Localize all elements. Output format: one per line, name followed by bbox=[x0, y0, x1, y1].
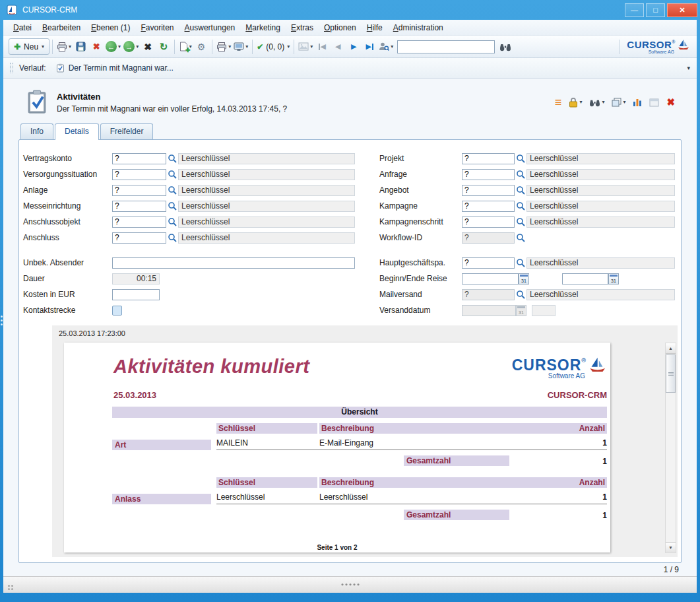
cancel-button[interactable]: ✖ bbox=[140, 38, 156, 55]
quick-search-input[interactable] bbox=[397, 40, 495, 53]
menu-item-hilfe[interactable]: Hilfe bbox=[362, 21, 387, 34]
scrollbar-thumb[interactable] bbox=[666, 354, 676, 393]
forward-button[interactable]: → ▾ bbox=[122, 38, 140, 55]
close-record-button[interactable]: ✖ bbox=[665, 95, 676, 110]
lookup-icon[interactable] bbox=[515, 168, 526, 180]
tab-freifelder[interactable]: Freifelder bbox=[100, 123, 154, 139]
reise-beginn-input[interactable] bbox=[462, 273, 519, 284]
lookup-icon[interactable] bbox=[166, 168, 178, 180]
maximize-button[interactable]: □ bbox=[646, 3, 665, 17]
delete-button[interactable]: ✖ bbox=[88, 38, 104, 55]
nav-first-button[interactable]: ◀ bbox=[314, 38, 330, 55]
report-page-footer: Seite 1 von 2 bbox=[64, 544, 610, 551]
kampagnenschritt-input[interactable] bbox=[462, 217, 515, 228]
menu-item-optionen[interactable]: Optionen bbox=[319, 21, 361, 34]
report-scrollbar[interactable]: ▲ ▼ bbox=[665, 343, 676, 553]
lookup-icon[interactable] bbox=[166, 232, 178, 244]
drag-handle-icon[interactable] bbox=[10, 63, 13, 73]
scroll-up-icon[interactable]: ▲ bbox=[666, 343, 676, 354]
lookup-icon[interactable] bbox=[166, 184, 178, 196]
tab-info[interactable]: Info bbox=[20, 123, 53, 139]
key-field: Leerschlüssel bbox=[178, 217, 355, 228]
history-entry[interactable]: Der Termin mit Magnani war... bbox=[52, 62, 177, 74]
refresh-button[interactable]: ↻ bbox=[156, 38, 172, 55]
form-row: Kampagne Leerschlüssel bbox=[379, 198, 678, 214]
menu-item-administration[interactable]: Administration bbox=[389, 21, 448, 34]
calendar-icon[interactable]: 31 bbox=[608, 273, 619, 284]
history-entry-label: Der Termin mit Magnani war... bbox=[69, 63, 174, 73]
app-icon bbox=[6, 4, 18, 16]
angebot-input[interactable] bbox=[462, 185, 515, 196]
nav-next-button[interactable]: ▶ bbox=[346, 38, 362, 55]
report-title: Aktivitäten kumuliert bbox=[113, 356, 309, 378]
export-button[interactable]: ▾ bbox=[232, 38, 249, 55]
lookup-icon[interactable] bbox=[515, 232, 526, 244]
versorgungssituation-input[interactable] bbox=[112, 169, 166, 180]
anfrage-input[interactable] bbox=[462, 169, 515, 180]
lookup-icon[interactable] bbox=[515, 152, 526, 164]
vertragskonto-input[interactable] bbox=[112, 153, 166, 164]
list-view-button[interactable]: ≡ bbox=[554, 95, 563, 110]
lookup-icon[interactable] bbox=[166, 200, 178, 212]
lock-button[interactable]: ▾ bbox=[567, 95, 583, 110]
lookup-icon[interactable] bbox=[515, 288, 526, 300]
clipboard-icon bbox=[56, 63, 65, 73]
calendar-icon[interactable]: 31 bbox=[519, 273, 529, 284]
field-label: Beginn/Ende Reise bbox=[379, 274, 462, 283]
form-row: Projekt Leerschlüssel bbox=[379, 150, 678, 166]
minimize-button[interactable]: — bbox=[625, 3, 644, 17]
copy-record-button[interactable]: ▾ bbox=[610, 95, 627, 110]
image-icon bbox=[298, 42, 309, 51]
search-button[interactable] bbox=[497, 38, 513, 55]
lookup-icon[interactable] bbox=[515, 257, 526, 269]
workflow-button[interactable]: ⚙ bbox=[193, 38, 209, 55]
nav-prev-button[interactable]: ◀ bbox=[330, 38, 346, 55]
tab-details[interactable]: Details bbox=[55, 123, 99, 140]
lookup-icon[interactable] bbox=[166, 216, 178, 228]
kosten-input[interactable] bbox=[112, 289, 160, 300]
menu-item-favoriten[interactable]: Favoriten bbox=[136, 21, 178, 34]
add-record-button[interactable]: ✚ ▾ bbox=[177, 38, 193, 55]
lookup-icon[interactable] bbox=[515, 216, 526, 228]
projekt-input[interactable] bbox=[462, 153, 515, 164]
scroll-down-icon[interactable]: ▼ bbox=[666, 542, 676, 552]
kontaktstrecke-checkbox[interactable] bbox=[112, 306, 122, 316]
kampagne-input[interactable] bbox=[462, 201, 515, 212]
record-search-button[interactable]: ▾ bbox=[588, 95, 606, 110]
validate-counter-button[interactable]: ✔ (0, 0) ▾ bbox=[255, 38, 291, 55]
person-search-button[interactable]: ▾ bbox=[377, 38, 395, 55]
nav-last-button[interactable]: ▶ bbox=[362, 38, 377, 55]
lookup-icon[interactable] bbox=[515, 184, 526, 196]
menu-item-extras[interactable]: Extras bbox=[286, 21, 318, 34]
new-button[interactable]: ✚ Neu ▾ bbox=[9, 38, 49, 55]
dauer-field: 00:15 bbox=[112, 273, 160, 284]
menu-item-auswertungen[interactable]: Auswertungen bbox=[180, 21, 240, 34]
chevron-down-icon: ▾ bbox=[228, 44, 231, 50]
history-overflow-icon[interactable]: ▾ bbox=[687, 65, 690, 71]
lookup-icon[interactable] bbox=[515, 200, 526, 212]
print-button[interactable]: ▾ bbox=[55, 38, 73, 55]
back-button[interactable]: ← ▾ bbox=[104, 38, 122, 55]
menu-item-datei[interactable]: Datei bbox=[9, 21, 36, 34]
menu-item-ebenen[interactable]: Ebenen (1) bbox=[86, 21, 135, 34]
resize-grip-icon[interactable] bbox=[341, 584, 359, 585]
key-field: Leerschlüssel bbox=[178, 201, 355, 212]
anschlussobjekt-input[interactable] bbox=[112, 217, 166, 228]
lookup-icon[interactable] bbox=[166, 152, 178, 164]
hauptgeschaeftspartner-input[interactable] bbox=[462, 257, 515, 269]
save-button[interactable] bbox=[73, 38, 88, 55]
image-export-button[interactable]: ▾ bbox=[297, 38, 314, 55]
chart-button[interactable] bbox=[631, 95, 643, 110]
menu-item-bearbeiten[interactable]: Bearbeiten bbox=[38, 21, 85, 34]
menu-item-marketing[interactable]: Marketing bbox=[241, 21, 285, 34]
anschluss-input[interactable] bbox=[112, 232, 166, 244]
anlage-input[interactable] bbox=[112, 185, 166, 196]
messeinrichtung-input[interactable] bbox=[112, 201, 166, 212]
window-edge-grip-icon[interactable] bbox=[1, 316, 3, 325]
history-bar: Verlauf: Der Termin mit Magnani war... ▾ bbox=[3, 58, 697, 79]
print-report-button[interactable]: ▾ bbox=[215, 38, 232, 55]
reise-ende-input[interactable] bbox=[562, 273, 608, 284]
close-button[interactable]: ✕ bbox=[667, 3, 697, 17]
detach-window-button[interactable] bbox=[648, 95, 660, 110]
unbek-absender-input[interactable] bbox=[112, 257, 355, 269]
